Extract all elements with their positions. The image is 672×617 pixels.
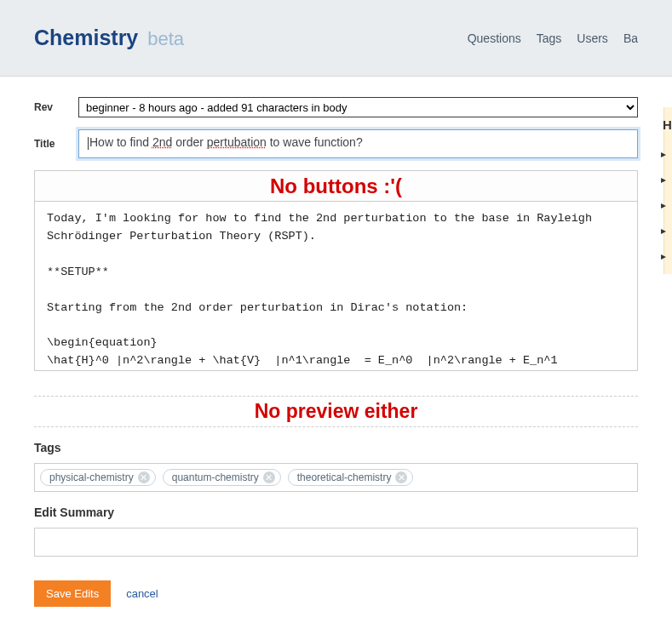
form-actions: Save Edits cancel [34,580,638,607]
top-nav: Questions Tags Users Ba [468,31,638,45]
tag-label: physical-chemistry [49,471,134,483]
save-edits-button[interactable]: Save Edits [34,580,111,607]
tag-theoretical-chemistry[interactable]: theoretical-chemistry ✕ [288,469,414,486]
title-input[interactable]: How to find 2nd order pertubation to wav… [78,129,638,158]
revision-select[interactable]: beginner - 8 hours ago - added 91 charac… [78,97,638,117]
beta-badge: beta [147,28,184,49]
editor-toolbar-missing: No buttons :'( [34,170,638,201]
post-body-textarea[interactable] [34,201,638,371]
tag-physical-chemistry[interactable]: physical-chemistry ✕ [40,469,156,486]
tag-quantum-chemistry[interactable]: quantum-chemistry ✕ [163,469,281,486]
tags-input[interactable]: physical-chemistry ✕ quantum-chemistry ✕… [34,463,638,492]
tag-label: theoretical-chemistry [297,471,392,483]
edit-form: Rev beginner - 8 hours ago - added 91 ch… [0,77,672,607]
title-text-part: to wave function? [267,135,363,149]
cancel-link[interactable]: cancel [126,587,158,600]
edit-summary-label: Edit Summary [34,506,638,519]
spellcheck-word: 2nd [152,135,172,149]
tag-remove-icon[interactable]: ✕ [138,471,150,483]
title-row: Title How to find 2nd order pertubation … [34,129,638,158]
title-text-part: order [172,135,206,149]
rev-label: Rev [34,101,78,113]
nav-questions[interactable]: Questions [468,31,521,45]
top-bar: Chemistry beta Questions Tags Users Ba [0,0,672,77]
text-caret [88,137,89,150]
nav-tags[interactable]: Tags [537,31,562,45]
preview-area-missing: No preview either [34,396,638,427]
title-label: Title [34,138,78,150]
tags-label: Tags [34,441,638,454]
site-logo[interactable]: Chemistry beta [34,26,184,50]
tag-label: quantum-chemistry [172,471,259,483]
tag-remove-icon[interactable]: ✕ [263,471,275,483]
rev-row: Rev beginner - 8 hours ago - added 91 ch… [34,97,638,117]
annotation-no-preview: No preview either [255,400,418,422]
annotation-no-buttons: No buttons :'( [270,174,402,198]
edit-summary-input[interactable] [34,528,638,557]
editor-area: No buttons :'( [34,170,638,374]
tag-remove-icon[interactable]: ✕ [395,471,407,483]
spellcheck-word: pertubation [207,135,267,149]
nav-badges[interactable]: Ba [623,31,638,45]
site-name: Chemistry [34,26,138,49]
title-text-part: How to find [89,135,152,149]
nav-users[interactable]: Users [577,31,608,45]
